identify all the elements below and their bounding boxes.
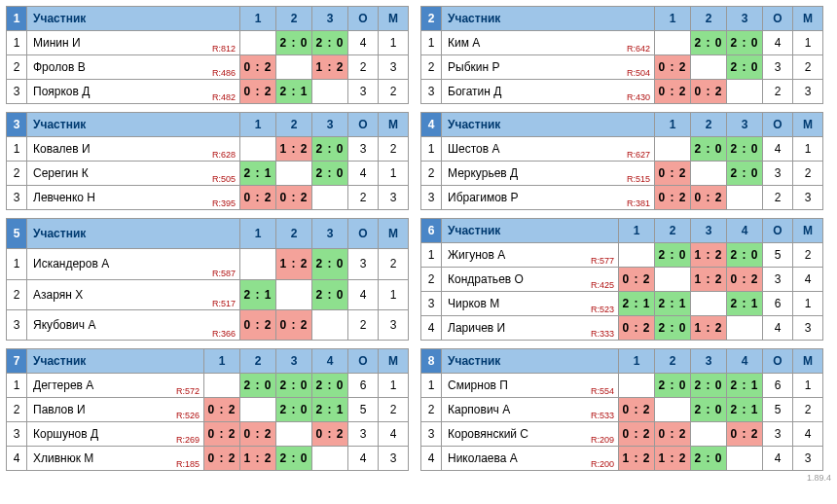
score-cell: 0 : 2 (312, 422, 348, 447)
player-rating: R:572 (176, 386, 200, 396)
score-cell: 0 : 2 (619, 422, 655, 447)
score-cell: 1 : 2 (619, 447, 655, 471)
round-header-1: 1 (619, 219, 655, 243)
score-cell: 1 : 2 (276, 137, 312, 162)
score-cell: 0 : 2 (619, 316, 655, 341)
group-table-8: 8Участник1234ОМ1Смирнов ПR:5542 : 02 : 0… (420, 348, 823, 471)
player-rating: R:587 (212, 269, 236, 278)
round-header-1: 1 (240, 219, 276, 249)
player-rating: R:395 (212, 198, 236, 208)
player-name: Якубович А (33, 318, 95, 332)
player-rating: R:381 (627, 198, 650, 208)
score-cell: 1 : 2 (691, 316, 727, 341)
round-header-3: 3 (312, 219, 348, 249)
score-cell: 2 : 0 (240, 374, 276, 398)
player-name: Богатин Д (448, 85, 501, 98)
player-name-cell: Смирнов ПR:554 (442, 374, 619, 398)
row-number: 2 (7, 55, 27, 80)
table-row: 2Рыбкин РR:5040 : 22 : 032 (421, 55, 823, 80)
score-cell (312, 447, 348, 471)
m-cell: 3 (379, 309, 409, 340)
round-header-2: 2 (240, 349, 276, 374)
o-cell: 4 (763, 137, 793, 162)
m-cell: 2 (793, 398, 823, 422)
round-header-2: 2 (655, 349, 691, 374)
player-name: Дегтерев А (33, 378, 93, 392)
score-cell: 2 : 0 (312, 137, 348, 162)
group-number-header: 1 (7, 7, 27, 31)
table-row: 3Чирков МR:5232 : 12 : 12 : 161 (421, 292, 823, 316)
participant-header: Участник (27, 113, 240, 137)
m-header: М (793, 349, 823, 374)
score-cell: 0 : 2 (619, 268, 655, 292)
player-rating: R:627 (627, 150, 650, 160)
player-rating: R:812 (212, 44, 236, 54)
m-header: М (379, 113, 409, 137)
player-name-cell: Меркурьев ДR:515 (442, 162, 655, 186)
score-cell (312, 186, 348, 210)
participant-header: Участник (442, 219, 619, 243)
player-name: Коршунов Д (33, 427, 98, 441)
row-number: 2 (7, 398, 27, 422)
player-name-cell: Минин ИR:812 (27, 31, 240, 55)
player-name-cell: Кондратьев ОR:425 (442, 268, 619, 292)
table-row: 2Карпович АR:5330 : 22 : 02 : 152 (421, 398, 823, 422)
row-number: 3 (421, 186, 442, 210)
round-header-1: 1 (240, 7, 276, 31)
score-cell (655, 268, 691, 292)
score-cell: 2 : 0 (655, 374, 691, 398)
score-cell (312, 80, 348, 104)
score-cell (619, 374, 655, 398)
score-cell: 0 : 2 (204, 447, 240, 471)
score-cell: 0 : 2 (204, 398, 240, 422)
player-rating: R:425 (591, 280, 614, 290)
m-cell: 3 (379, 186, 409, 210)
score-cell: 2 : 0 (727, 243, 763, 268)
score-cell: 2 : 0 (691, 398, 727, 422)
group-table-6: 6Участник1234ОМ1Жигунов АR:5772 : 01 : 2… (420, 218, 823, 341)
round-header-3: 3 (312, 113, 348, 137)
player-rating: R:517 (212, 299, 236, 308)
player-name-cell: Искандеров АR:587 (27, 249, 240, 279)
player-name: Серегин К (33, 166, 89, 180)
score-cell: 1 : 2 (655, 447, 691, 471)
table-row: 3Левченко НR:3950 : 20 : 223 (7, 186, 409, 210)
table-row: 3Ибрагимов РR:3810 : 20 : 223 (421, 186, 823, 210)
player-name-cell: Азарян ХR:517 (27, 279, 240, 309)
score-cell: 0 : 2 (691, 80, 727, 104)
m-cell: 4 (379, 422, 409, 447)
group-number-header: 2 (421, 7, 442, 31)
round-header-1: 1 (655, 7, 691, 31)
o-header: О (763, 349, 793, 374)
score-cell (691, 55, 727, 80)
o-cell: 4 (763, 316, 793, 341)
m-header: М (379, 7, 409, 31)
score-cell (691, 422, 727, 447)
player-rating: R:333 (591, 329, 614, 339)
score-cell (727, 316, 763, 341)
player-name: Жигунов А (448, 248, 505, 262)
o-header: О (763, 113, 793, 137)
group-number-header: 7 (7, 349, 27, 374)
player-name: Ларичев И (448, 321, 505, 335)
table-row: 3Коровянский СR:2090 : 20 : 20 : 234 (421, 422, 823, 447)
score-cell (691, 292, 727, 316)
score-cell (727, 447, 763, 471)
table-row: 3Богатин ДR:4300 : 20 : 223 (421, 80, 823, 104)
participant-header: Участник (442, 7, 655, 31)
player-rating: R:482 (212, 92, 236, 102)
m-cell: 2 (793, 243, 823, 268)
player-name: Поярков Д (33, 85, 90, 98)
m-cell: 3 (793, 186, 823, 210)
player-name-cell: Фролов ВR:486 (27, 55, 240, 80)
o-cell: 4 (763, 447, 793, 471)
row-number: 2 (421, 55, 442, 80)
score-cell: 2 : 1 (312, 398, 348, 422)
score-cell: 0 : 2 (727, 422, 763, 447)
score-cell: 2 : 1 (727, 292, 763, 316)
m-cell: 2 (379, 80, 409, 104)
score-cell: 0 : 2 (655, 55, 691, 80)
score-cell: 1 : 2 (276, 249, 312, 279)
player-name: Ибрагимов Р (448, 191, 519, 204)
score-cell (204, 374, 240, 398)
